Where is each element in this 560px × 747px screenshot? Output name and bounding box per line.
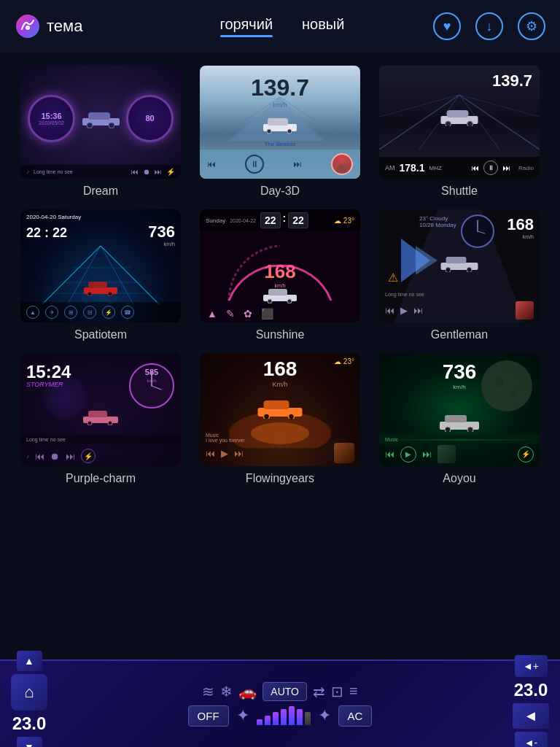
heat-icon[interactable]: ≋ <box>202 683 214 700</box>
spatiotem-time: 22 : 22 <box>26 225 67 241</box>
settings-button[interactable]: ⚙ <box>518 12 545 40</box>
aoyou-music-label: Music <box>385 437 398 442</box>
gentleman-music: Long time no see <box>379 292 540 297</box>
purple-time: 15:24 <box>26 362 71 382</box>
spatiotem-nav3[interactable]: ⊞ <box>64 306 77 319</box>
temp-left-value: 23.0 <box>12 713 47 734</box>
theme-gentleman[interactable]: 168 km/h 23° Cloudy 10/28 Monday <box>370 204 549 347</box>
header: тема горячий новый ♥ ↓ ⚙ <box>0 0 560 53</box>
gentleman-speed: 168 <box>507 215 534 234</box>
svg-rect-68 <box>445 415 467 422</box>
gentleman-weather: 23° Cloudy <box>419 215 456 222</box>
bar-2 <box>265 716 271 725</box>
spatiotem-bt[interactable]: ⚡ <box>102 306 115 319</box>
center-controls: ≋ ❄ 🚗 AUTO ⇄ ⊡ ≡ OFF ✦ ✦ AC <box>55 682 505 727</box>
theme-purple[interactable]: 585 km/h 15:24 STORYMER <box>11 347 190 491</box>
vol-down-button[interactable]: ◄- <box>515 732 548 748</box>
car-ac-icon[interactable]: 🚗 <box>238 683 257 700</box>
flowing-label: Flowingyears <box>246 472 314 485</box>
sunshine-day: Sunday <box>206 217 225 224</box>
svg-rect-10 <box>268 118 288 125</box>
theme-flowing[interactable]: ☁ 23° 168 Km/h <box>190 347 370 491</box>
gentleman-date: 10/28 Monday <box>419 222 456 228</box>
svg-rect-55 <box>88 411 107 417</box>
svg-rect-21 <box>447 110 469 117</box>
purple-bt: ⚡ <box>81 449 96 463</box>
svg-point-1 <box>26 26 30 30</box>
bar-4 <box>281 709 287 725</box>
temp-left-up[interactable]: ▲ <box>17 651 42 671</box>
bar-3 <box>273 712 279 725</box>
theme-spatiotem[interactable]: 2020-04-20 Saturday 22 : 22 736 km/h <box>11 204 190 347</box>
rear-icon[interactable]: ⊡ <box>331 683 343 700</box>
defrost-icon[interactable]: ❄ <box>220 683 233 700</box>
sunshine-date: 2020-04-22 <box>230 218 256 223</box>
svg-point-34 <box>108 292 112 296</box>
themes-wrapper: 15:36 2020/05/02 <box>0 53 560 659</box>
theme-aoyou[interactable]: 736 km/h <box>370 347 549 491</box>
svg-point-63 <box>289 414 295 419</box>
back-button[interactable]: ◄ <box>513 703 549 729</box>
spatiotem-speed: 736 <box>148 222 175 241</box>
vent-icon[interactable]: ≡ <box>349 683 358 700</box>
svg-point-37 <box>268 299 272 303</box>
header-actions: ♥ ↓ ⚙ <box>433 12 545 40</box>
ac-button[interactable]: AC <box>338 705 373 727</box>
favorites-button[interactable]: ♥ <box>433 12 461 40</box>
download-button[interactable]: ↓ <box>475 12 503 40</box>
gentleman-thumbnail: 168 km/h 23° Cloudy 10/28 Monday <box>379 209 540 322</box>
dream-thumbnail: 15:36 2020/05/02 <box>20 66 181 179</box>
svg-rect-32 <box>88 282 107 288</box>
svg-point-23 <box>467 121 473 126</box>
flowing-car-svg <box>257 397 304 419</box>
temp-right-value: 23.0 <box>514 680 548 700</box>
svg-rect-46 <box>446 257 467 263</box>
tab-new[interactable]: новый <box>302 16 344 37</box>
shuttle-mhz: MHZ <box>429 165 442 171</box>
theme-sunshine[interactable]: Sunday 2020-04-22 22 : 22 ☁ 23° <box>190 204 370 347</box>
svg-point-66 <box>511 390 517 396</box>
svg-point-57 <box>108 421 112 425</box>
power-off-button[interactable]: OFF <box>188 705 229 727</box>
temp-left-down[interactable]: ▼ <box>17 737 42 747</box>
day3d-car-svg <box>262 115 298 134</box>
svg-point-11 <box>267 129 271 133</box>
fan-right-icon[interactable]: ✦ <box>318 706 331 725</box>
spatiotem-nav1[interactable]: ▲ <box>26 306 39 319</box>
theme-day3d[interactable]: 139.7 km/h <box>190 60 370 204</box>
bar-6 <box>297 709 303 725</box>
theme-dream[interactable]: 15:36 2020/05/02 <box>11 60 190 204</box>
fan-speed-indicator <box>257 706 311 725</box>
fan-left-icon[interactable]: ✦ <box>236 706 249 725</box>
aoyou-label: Aoyou <box>443 472 475 485</box>
shuttle-speed: 139.7 <box>492 71 532 90</box>
spatiotem-nav4[interactable]: ⊟ <box>83 306 96 319</box>
svg-point-65 <box>495 378 504 387</box>
home-button[interactable]: ⌂ <box>11 674 47 711</box>
purple-thumbnail: 585 km/h 15:24 STORYMER <box>20 353 181 466</box>
shuttle-label: Shuttle <box>441 185 478 198</box>
sync-icon[interactable]: ⇄ <box>313 683 325 700</box>
tab-hot[interactable]: горячий <box>220 16 273 37</box>
purple-gauge-svg: 585 km/h <box>126 357 177 415</box>
tab-bar: горячий новый <box>131 16 433 37</box>
app-title: тема <box>47 17 82 36</box>
logo-icon <box>15 13 41 39</box>
spatiotem-car-svg <box>82 279 119 296</box>
day3d-artist: The Beatles <box>265 141 296 147</box>
aoyou-car-svg <box>438 411 481 432</box>
theme-shuttle[interactable]: 139.7 AM 178.1 MHZ <box>370 60 549 204</box>
svg-point-69 <box>445 427 451 432</box>
svg-point-33 <box>88 292 92 296</box>
svg-point-62 <box>264 414 270 419</box>
spatiotem-phone[interactable]: ☎ <box>121 306 134 319</box>
spatiotem-nav2[interactable]: ✈ <box>45 306 58 319</box>
sunshine-speed: 168 <box>264 260 295 283</box>
purple-music: Long time no see <box>20 435 181 444</box>
logo-area: тема <box>15 13 131 39</box>
day3d-thumbnail: 139.7 km/h <box>200 66 360 179</box>
sunshine-hour: 22 <box>260 212 281 228</box>
aoyou-unit: km/h <box>443 384 477 390</box>
vol-up-button[interactable]: ◄+ <box>515 655 548 677</box>
auto-button[interactable]: AUTO <box>262 682 307 701</box>
